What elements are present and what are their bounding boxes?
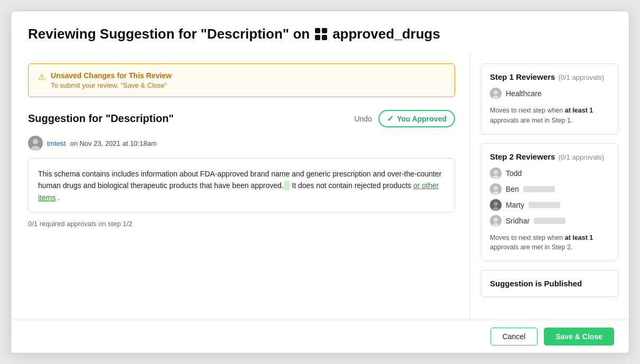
published-section: Suggestion is Published: [481, 270, 618, 297]
reviewer-name-sridhar: Sridhar: [506, 217, 530, 225]
reviewer-avatar-sridhar: [490, 215, 502, 227]
author-row: tmtest on Nov 23, 2021 at 10:18am: [28, 136, 455, 151]
warning-subtitle: To submit your review, "Save & Close": [51, 81, 172, 89]
suggestion-header: Suggestion for "Description" Undo ✓ You …: [28, 110, 455, 127]
save-close-button[interactable]: Save & Close: [544, 328, 614, 346]
warning-title: Unsaved Changes for This Review: [51, 71, 172, 80]
svg-point-1: [33, 139, 38, 144]
step1-reviewer-healthcare: Healthcare: [490, 88, 609, 99]
reviewer-name: Healthcare: [506, 89, 542, 98]
content-part3: .: [55, 193, 60, 202]
author-link[interactable]: tmtest: [47, 139, 66, 147]
svg-point-10: [494, 186, 498, 190]
reviewer-name-todd: Todd: [506, 169, 522, 178]
step1-title: Step 1 Reviewers: [490, 72, 555, 81]
title-prefix: Reviewing Suggestion for "Description" o…: [28, 26, 310, 42]
reviewer-blur-ben: [523, 186, 555, 192]
reviewer-name-marty: Marty: [506, 201, 524, 209]
modal-footer: Cancel Save & Close: [11, 320, 629, 353]
content-box: This schema contains includes informatio…: [28, 158, 455, 212]
svg-point-13: [494, 202, 498, 206]
step2-reviewer-sridhar: Sridhar: [490, 215, 609, 227]
content-highlight: [284, 181, 290, 190]
dataset-name: approved_drugs: [332, 26, 440, 42]
sidebar: Step 1 Reviewers (0/1 approvals) Healthc…: [470, 53, 629, 320]
reviewer-name-ben: Ben: [506, 185, 519, 193]
step2-note: Moves to next step when at least 1 appro…: [490, 233, 609, 253]
check-icon: ✓: [387, 114, 394, 124]
modal-header: Reviewing Suggestion for "Description" o…: [11, 11, 629, 53]
approval-status: 0/1 required approvals on step 1/2: [28, 220, 455, 228]
step2-header: Step 2 Reviewers (0/1 approvals): [490, 152, 609, 161]
avatar: [28, 136, 43, 151]
reviewer-avatar-ben: [490, 183, 502, 195]
cancel-button[interactable]: Cancel: [490, 328, 538, 346]
svg-point-16: [494, 218, 498, 222]
approved-badge: ✓ You Approved: [378, 110, 455, 127]
approved-label: You Approved: [397, 115, 447, 123]
svg-point-4: [494, 90, 498, 95]
step1-note: Moves to next step when at least 1 appro…: [490, 106, 609, 126]
step1-section: Step 1 Reviewers (0/1 approvals) Healthc…: [481, 63, 618, 135]
step2-reviewer-marty: Marty: [490, 199, 609, 211]
reviewer-avatar: [490, 88, 502, 99]
step2-section: Step 2 Reviewers (0/1 approvals) Todd: [481, 143, 618, 262]
review-modal: Reviewing Suggestion for "Description" o…: [11, 11, 629, 353]
step2-reviewer-todd: Todd: [490, 167, 609, 179]
published-title: Suggestion is Published: [490, 279, 609, 288]
warning-icon: ⚠: [38, 72, 45, 82]
step2-reviewer-ben: Ben: [490, 183, 609, 195]
reviewer-blur-marty: [528, 202, 560, 208]
reviewer-blur-sridhar: [534, 218, 565, 224]
suggestion-actions: Undo ✓ You Approved: [354, 110, 455, 127]
reviewer-avatar-todd: [490, 167, 502, 179]
reviewer-avatar-marty: [490, 199, 502, 211]
step1-approvals: (0/1 approvals): [558, 73, 604, 81]
modal-title: Reviewing Suggestion for "Description" o…: [28, 26, 612, 42]
content-part2: It does not contain rejected products: [290, 181, 413, 190]
step2-title: Step 2 Reviewers: [490, 152, 555, 161]
main-content: ⚠ Unsaved Changes for This Review To sub…: [11, 53, 470, 320]
step2-approvals: (0/1 approvals): [558, 153, 604, 161]
step1-header: Step 1 Reviewers (0/1 approvals): [490, 72, 609, 81]
modal-body: ⚠ Unsaved Changes for This Review To sub…: [11, 53, 629, 320]
dataset-icon: [315, 28, 327, 40]
warning-banner: ⚠ Unsaved Changes for This Review To sub…: [28, 63, 455, 97]
author-date: on Nov 23, 2021 at 10:18am: [70, 139, 156, 147]
suggestion-title: Suggestion for "Description": [28, 113, 174, 125]
svg-point-7: [494, 170, 498, 174]
undo-button[interactable]: Undo: [354, 115, 372, 123]
